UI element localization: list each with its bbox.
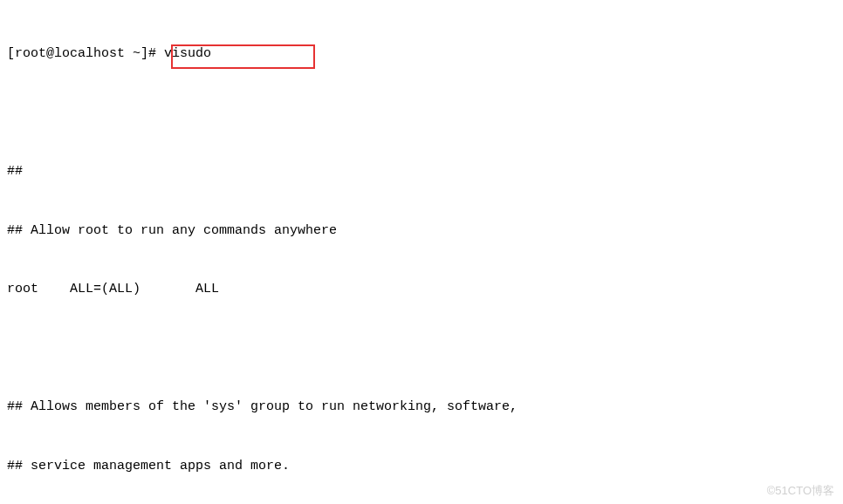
output-line: ## Allow root to run any commands anywhe… xyxy=(7,221,836,242)
output-line xyxy=(7,104,836,124)
watermark-text: ©51CTO博客 xyxy=(767,482,834,500)
output-line: ## Allows members of the 'sys' group to … xyxy=(7,398,836,418)
shell-prompt: [root@localhost ~]# xyxy=(7,46,156,61)
output-line: root ALL=(ALL) ALL xyxy=(7,280,836,300)
terminal-output: [root@localhost ~]# visudo ## ## Allow r… xyxy=(7,5,836,504)
output-line: ## xyxy=(7,162,836,182)
output-line xyxy=(7,339,836,359)
prompt-line: [root@localhost ~]# visudo xyxy=(7,44,836,65)
command-text: visudo xyxy=(164,46,211,61)
output-line: ## service management apps and more. xyxy=(7,457,836,477)
